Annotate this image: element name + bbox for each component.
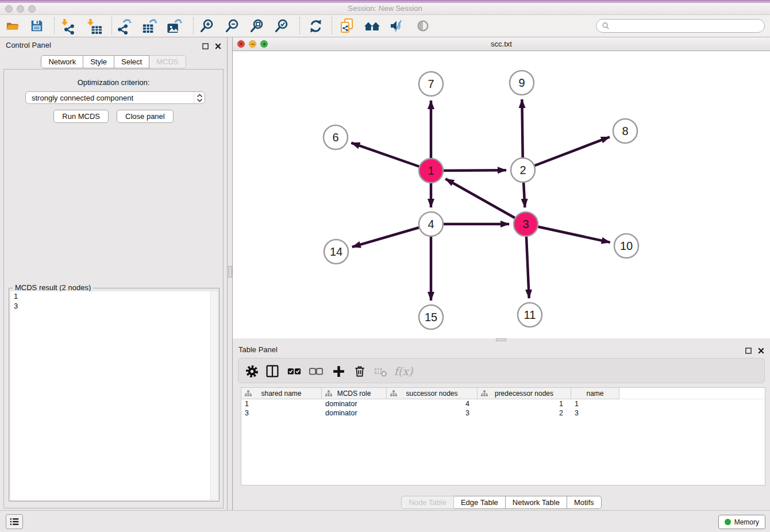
close-panel-icon[interactable] xyxy=(758,346,764,356)
svg-text:1: 1 xyxy=(428,164,434,177)
mcds-result-text[interactable]: 13 xyxy=(10,291,218,500)
zoom-in-icon[interactable] xyxy=(197,17,217,34)
close-panel-icon[interactable] xyxy=(215,41,221,52)
import-network-icon[interactable] xyxy=(58,17,78,34)
function-builder-icon[interactable]: f(x) xyxy=(395,363,412,379)
graph-node-10[interactable]: 10 xyxy=(614,234,638,258)
table-panel: Table Panel f(x) shared nameMCDS rolesuc… xyxy=(233,342,770,510)
graph-node-6[interactable]: 6 xyxy=(324,125,348,149)
export-image-icon[interactable] xyxy=(164,17,184,34)
svg-text:6: 6 xyxy=(332,131,338,144)
eye-icon[interactable] xyxy=(413,17,433,34)
minimize-window-icon[interactable] xyxy=(17,5,24,13)
graph-node-2[interactable]: 2 xyxy=(511,158,535,182)
network-view-window: scc.txt 1234678910111415 xyxy=(233,37,770,338)
result-scrollbar[interactable] xyxy=(210,291,218,500)
column-header-successor-nodes[interactable]: successor nodes xyxy=(387,388,478,399)
close-window-icon[interactable] xyxy=(5,5,13,13)
save-session-icon[interactable] xyxy=(27,17,47,34)
graph-edge-3-10[interactable] xyxy=(526,224,610,242)
graph-node-11[interactable]: 11 xyxy=(518,303,542,327)
refresh-icon[interactable] xyxy=(306,17,325,34)
memory-button[interactable]: Memory xyxy=(718,515,765,529)
zoom-fit-icon[interactable] xyxy=(247,17,267,34)
graph-node-9[interactable]: 9 xyxy=(510,71,534,95)
graph-node-14[interactable]: 14 xyxy=(324,240,348,264)
table-row[interactable]: 1dominator411 xyxy=(241,399,765,408)
export-network-icon[interactable] xyxy=(114,17,134,34)
column-header-shared-name[interactable]: shared name xyxy=(241,388,322,399)
tab-select[interactable]: Select xyxy=(114,55,149,68)
svg-text:7: 7 xyxy=(428,78,434,90)
table-cell[interactable]: 3 xyxy=(387,408,478,418)
tab-mcds[interactable]: MCDS xyxy=(149,55,186,68)
table-cell[interactable]: dominator xyxy=(322,408,387,418)
export-table-icon[interactable] xyxy=(140,17,159,34)
tab-network[interactable]: Network xyxy=(41,55,83,68)
column-header-predecessor-nodes[interactable]: predecessor nodes xyxy=(478,388,571,399)
import-table-icon[interactable] xyxy=(84,17,103,34)
home-icon[interactable] xyxy=(363,17,382,34)
node-table[interactable]: shared nameMCDS rolesuccessor nodesprede… xyxy=(241,387,765,485)
svg-text:9: 9 xyxy=(518,76,525,89)
tab-node-table[interactable]: Node Table xyxy=(401,496,454,509)
delete-table-icon[interactable] xyxy=(372,363,390,379)
open-session-icon[interactable] xyxy=(3,17,22,34)
table-cell[interactable]: 1 xyxy=(571,399,619,408)
result-line: 3 xyxy=(10,301,218,311)
minimize-network-icon[interactable] xyxy=(249,40,256,48)
graph-node-8[interactable]: 8 xyxy=(613,119,637,143)
tab-style[interactable]: Style xyxy=(83,55,114,68)
app-titlebar[interactable]: Session: New Session xyxy=(0,3,770,15)
toolbar-separator xyxy=(332,17,332,34)
task-history-button[interactable] xyxy=(6,514,23,529)
maximize-network-icon[interactable] xyxy=(260,40,268,48)
graph-edge-2-8[interactable] xyxy=(523,137,610,170)
new-network-from-selection-icon[interactable] xyxy=(337,17,357,34)
search-input[interactable] xyxy=(613,22,759,30)
table-cell[interactable]: dominator xyxy=(322,399,387,408)
float-panel-icon[interactable] xyxy=(202,41,209,52)
toolbar-separator xyxy=(54,17,55,34)
tab-motifs[interactable]: Motifs xyxy=(567,496,602,509)
table-cell[interactable]: 4 xyxy=(387,399,478,408)
table-cell[interactable]: 3 xyxy=(241,408,322,418)
table-cell[interactable]: 1 xyxy=(241,399,322,408)
divider-grip[interactable] xyxy=(496,338,506,341)
graph-edge-3-1[interactable] xyxy=(445,179,526,224)
search-box[interactable] xyxy=(596,19,765,33)
graph-node-4[interactable]: 4 xyxy=(419,212,443,236)
table-cell[interactable]: 3 xyxy=(571,408,619,418)
add-row-icon[interactable] xyxy=(330,363,347,379)
float-panel-icon[interactable] xyxy=(745,346,752,356)
table-cell[interactable]: 2 xyxy=(478,408,571,418)
tab-network-table[interactable]: Network Table xyxy=(506,496,567,509)
show-column-icon[interactable] xyxy=(264,363,281,379)
close-network-icon[interactable] xyxy=(237,40,245,48)
graph-node-3[interactable]: 3 xyxy=(514,212,538,236)
graph-node-7[interactable]: 7 xyxy=(419,72,443,96)
vertical-split-divider[interactable] xyxy=(228,37,233,510)
divider-grip[interactable] xyxy=(228,266,232,277)
delete-row-icon[interactable] xyxy=(351,363,368,379)
mute-icon[interactable] xyxy=(387,17,407,34)
network-graph[interactable]: 1234678910111415 xyxy=(233,51,770,338)
run-mcds-button[interactable]: Run MCDS xyxy=(53,110,109,123)
mcds-result-title: MCDS result (2 nodes) xyxy=(13,283,93,292)
graph-node-1[interactable]: 1 xyxy=(419,159,443,183)
deselect-all-icon[interactable] xyxy=(307,363,325,379)
table-cell[interactable]: 1 xyxy=(478,399,571,408)
zoom-out-icon[interactable] xyxy=(222,17,242,34)
column-header-MCDS-role[interactable]: MCDS role xyxy=(322,388,387,399)
criterion-select[interactable]: strongly connected component xyxy=(25,91,205,104)
network-window-titlebar[interactable]: scc.txt xyxy=(233,37,770,51)
table-row[interactable]: 3dominator323 xyxy=(241,408,765,418)
select-all-icon[interactable] xyxy=(286,363,303,379)
zoom-selected-icon[interactable] xyxy=(272,17,291,34)
tab-edge-table[interactable]: Edge Table xyxy=(454,496,506,509)
close-panel-button[interactable]: Close panel xyxy=(117,110,174,123)
settings-gear-icon[interactable] xyxy=(243,363,260,379)
column-header-name[interactable]: name xyxy=(571,388,619,399)
zoom-window-icon[interactable] xyxy=(28,5,36,13)
graph-node-15[interactable]: 15 xyxy=(419,305,443,329)
